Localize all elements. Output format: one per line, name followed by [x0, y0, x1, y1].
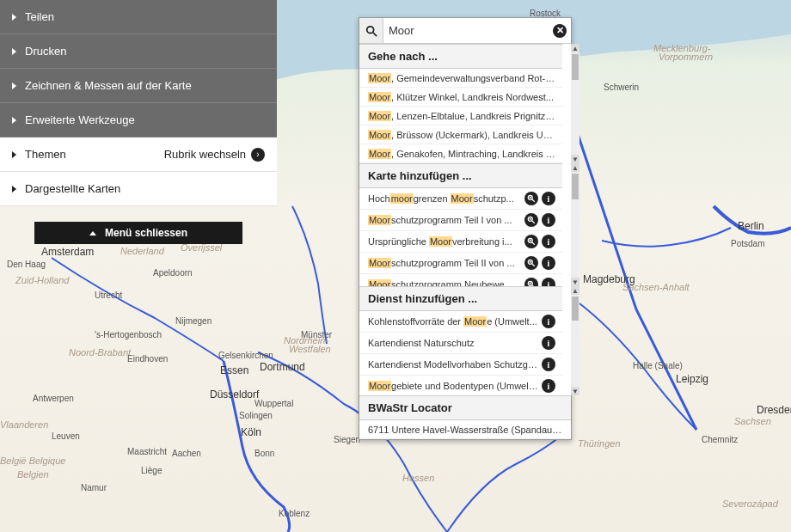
- region-label: Severozápad: [722, 498, 778, 509]
- result-row[interactable]: Kartendienst Modellvorhaben Schutzge...i: [359, 354, 562, 376]
- info-icon[interactable]: i: [542, 235, 555, 248]
- city-label: Dortmund: [260, 361, 305, 373]
- info-icon[interactable]: i: [542, 256, 555, 270]
- result-row[interactable]: Moor, Genakofen, Mintraching, Landkreis …: [359, 144, 562, 163]
- zoom-icon[interactable]: [524, 192, 538, 205]
- sidebar-item-label: Drucken: [25, 45, 66, 58]
- city-label: Namur: [81, 483, 107, 492]
- sidebar-item-zeichnen[interactable]: Zeichnen & Messen auf der Karte: [0, 69, 277, 103]
- highlight: Moor: [368, 130, 391, 140]
- result-row[interactable]: Moorschutzprogramm Teil II von ...i: [359, 253, 562, 274]
- city-label: Wuppertal: [254, 399, 293, 408]
- section-header: BWaStr Locator: [359, 395, 571, 420]
- city-label: Gelsenkirchen: [218, 351, 273, 360]
- city-label: Schwerin: [604, 83, 639, 92]
- scrollbar[interactable]: ▲▼: [571, 163, 579, 286]
- section-header: Gehe nach ...: [359, 44, 562, 69]
- result-row[interactable]: Moor, Gemeindeverwaltungsverband Rot-T..…: [359, 69, 562, 88]
- city-label: Siegen: [334, 435, 360, 444]
- search-icon: [359, 18, 383, 43]
- result-text: Ursprüngliche Moorverbreitung i...: [368, 236, 521, 247]
- region-label: Nederland: [120, 246, 164, 256]
- close-menu-button[interactable]: Menü schliessen: [34, 222, 242, 244]
- city-label: Apeldoorn: [153, 268, 193, 278]
- info-icon[interactable]: i: [542, 315, 555, 328]
- sidebar-item-label: Dargestellte Karten: [25, 182, 120, 195]
- result-text: Moor, Klützer Winkel, Landkreis Nordwest…: [368, 92, 555, 102]
- svg-point-0: [366, 26, 373, 33]
- result-row[interactable]: Moor, Brüssow (Uckermark), Landkreis Uc.…: [359, 125, 562, 144]
- zoom-icon[interactable]: [524, 256, 538, 270]
- scroll-down-icon[interactable]: ▼: [571, 387, 579, 395]
- result-row[interactable]: Moor, Klützer Winkel, Landkreis Nordwest…: [359, 88, 562, 107]
- city-label: Leipzig: [676, 373, 708, 385]
- sidebar-item-werkzeuge[interactable]: Erweiterte Werkzeuge: [0, 103, 277, 138]
- city-label: Potsdam: [731, 239, 764, 248]
- info-icon[interactable]: i: [542, 213, 555, 227]
- section-header: Dienst hinzufügen ...: [359, 286, 562, 311]
- info-icon[interactable]: i: [542, 379, 555, 393]
- triangle-right-icon: [12, 83, 16, 89]
- result-text: Hochmoorgrenzen Moorschutzp...: [368, 193, 521, 204]
- region-label: Zuid-Holland: [15, 275, 69, 285]
- city-label: Köln: [241, 426, 261, 438]
- zoom-icon[interactable]: [524, 278, 538, 286]
- scrollbar[interactable]: ▲▼: [571, 44, 579, 163]
- scroll-up-icon[interactable]: ▲: [571, 163, 579, 172]
- city-label: Berlin: [738, 220, 764, 232]
- clear-search-button[interactable]: ✕: [549, 18, 571, 43]
- region-label: Westfalen: [289, 344, 331, 354]
- highlight: Moor: [368, 149, 391, 159]
- info-icon[interactable]: i: [542, 358, 555, 371]
- city-label: Maastricht: [127, 447, 167, 456]
- scroll-up-icon[interactable]: ▲: [571, 286, 579, 295]
- search-input[interactable]: [383, 18, 549, 43]
- region-label: België Belgique: [0, 456, 65, 466]
- result-text: Moorschutzprogramm Neubewe...: [368, 279, 521, 286]
- city-label: Düsseldorf: [210, 388, 259, 401]
- info-icon[interactable]: i: [542, 278, 555, 286]
- close-icon: ✕: [553, 24, 567, 38]
- result-row[interactable]: Moorschutzprogramm Teil I von ...i: [359, 210, 562, 231]
- highlight: Moor: [368, 258, 391, 268]
- scroll-thumb[interactable]: [572, 174, 579, 199]
- region-label: Vorpommern: [659, 52, 713, 62]
- chevron-right-icon: ›: [251, 148, 265, 162]
- result-row[interactable]: 6711 Untere Havel-Wasserstraße (Spandau …: [359, 420, 571, 439]
- svg-line-1: [372, 32, 376, 35]
- sidebar-item-karten[interactable]: Dargestellte Karten: [0, 172, 277, 206]
- city-label: Dresden: [757, 404, 791, 416]
- region-label: Thüringen: [578, 438, 621, 449]
- info-icon[interactable]: i: [542, 336, 555, 350]
- result-row[interactable]: Kohlenstoffvorräte der Moore (Umwelt...i: [359, 311, 562, 333]
- section-bwastr: BWaStr Locator 6711 Untere Havel-Wassers…: [359, 395, 571, 439]
- sidebar-item-themen[interactable]: ThemenRubrik wechseln›: [0, 138, 277, 172]
- rubrik-label: Rubrik wechseln: [164, 148, 246, 161]
- zoom-icon[interactable]: [524, 213, 538, 227]
- triangle-right-icon: [12, 117, 16, 124]
- city-label: Essen: [220, 364, 248, 376]
- result-row[interactable]: Moor, Lenzen-Elbtalue, Landkreis Prignit…: [359, 107, 562, 125]
- result-text: Kartendienst Naturschutz: [368, 338, 538, 348]
- result-text: 6711 Untere Havel-Wasserstraße (Spandau …: [368, 425, 564, 435]
- scroll-thumb[interactable]: [572, 54, 579, 80]
- region-label: Belgien: [17, 469, 49, 480]
- sidebar-item-drucken[interactable]: Drucken: [0, 34, 277, 69]
- highlight: Moor: [368, 73, 391, 83]
- sidebar-item-teilen[interactable]: Teilen: [0, 0, 277, 34]
- highlight: Moor: [368, 215, 391, 225]
- result-row[interactable]: Ursprüngliche Moorverbreitung i...i: [359, 231, 562, 253]
- result-row[interactable]: Kartendienst Naturschutzi: [359, 333, 562, 354]
- info-icon[interactable]: i: [542, 192, 555, 205]
- result-row[interactable]: Hochmoorgrenzen Moorschutzp...i: [359, 188, 562, 210]
- svg-line-7: [532, 221, 535, 223]
- scroll-thumb[interactable]: [572, 297, 579, 321]
- result-row[interactable]: Moorgebiete und Bodentypen (Umwelta...i: [359, 376, 562, 395]
- highlight: Moor: [429, 236, 452, 247]
- zoom-icon[interactable]: [524, 235, 538, 248]
- result-row[interactable]: Moorschutzprogramm Neubewe...i: [359, 274, 562, 286]
- scroll-down-icon[interactable]: ▼: [571, 278, 579, 286]
- scroll-up-icon[interactable]: ▲: [571, 44, 579, 52]
- scroll-down-icon[interactable]: ▼: [571, 155, 579, 163]
- scrollbar[interactable]: ▲▼: [571, 286, 579, 395]
